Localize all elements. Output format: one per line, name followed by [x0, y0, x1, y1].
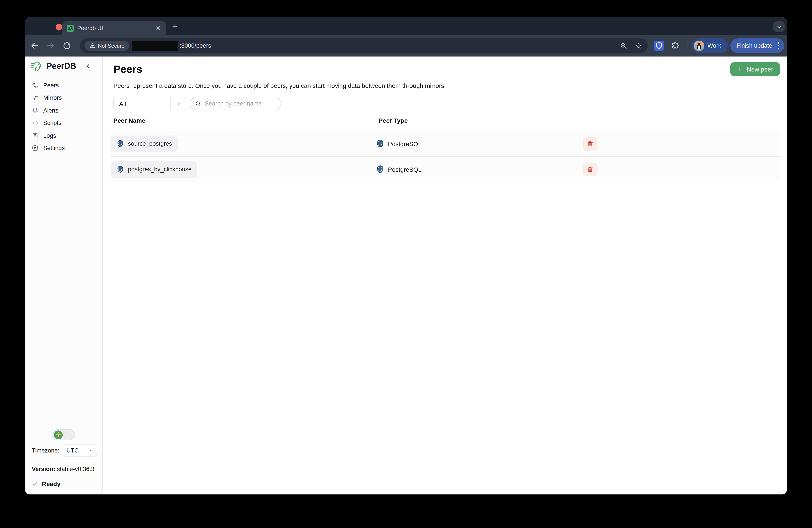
browser-window: Peerdb UI Not Secure — [25, 17, 787, 495]
brand-row: PeerDB — [31, 60, 102, 72]
new-peer-label: New peer — [747, 66, 773, 73]
peer-type-text: PostgreSQL — [388, 140, 422, 147]
sidebar-item-label: Logs — [43, 132, 56, 139]
tab-title: Peerdb UI — [77, 25, 103, 31]
not-secure-label: Not Secure — [98, 43, 125, 49]
back-button-icon[interactable] — [30, 42, 39, 50]
sidebar-item-label: Peers — [43, 82, 59, 89]
search-icon — [195, 100, 201, 106]
timezone-row: Timezone: UTC — [32, 444, 99, 456]
url-text: :3000/peers — [179, 42, 211, 49]
forward-button-icon[interactable] — [46, 42, 55, 50]
redacted-host — [132, 41, 178, 51]
new-tab-button[interactable] — [172, 23, 178, 30]
version-value: stable-v0.36.3 — [57, 466, 95, 472]
alerts-bell-icon — [32, 107, 39, 114]
browser-toolbar: Not Secure :3000/peers — [25, 35, 787, 57]
not-secure-chip[interactable]: Not Secure — [85, 41, 129, 51]
sidebar-item-label: Alerts — [43, 107, 58, 114]
postgresql-icon — [376, 165, 385, 173]
delete-peer-button[interactable] — [582, 137, 597, 150]
warning-icon — [90, 43, 95, 48]
sidebar-item-logs[interactable]: Logs — [25, 129, 102, 142]
tab-search-button[interactable] — [773, 21, 785, 32]
sidebar-item-alerts[interactable]: Alerts — [25, 104, 102, 117]
filter-selected-value: All — [114, 100, 126, 107]
mirrors-arrows-icon — [32, 95, 39, 101]
peer-type-cell: PostgreSQL — [376, 140, 582, 148]
profile-button[interactable]: Work — [692, 39, 728, 53]
sidebar-footer: Timezone: UTC Version: stable-v0.36.3 Re… — [32, 429, 99, 487]
table-row: source_postgres PostgreSQL — [111, 131, 780, 157]
peer-type-filter-select[interactable]: All — [113, 97, 186, 110]
status-ready-label: Ready — [42, 480, 60, 487]
tab-close-icon[interactable] — [155, 25, 161, 31]
scripts-code-icon — [32, 120, 39, 127]
page-description: Peers represent a data store. Once you h… — [113, 82, 780, 89]
reload-button-icon[interactable] — [63, 42, 71, 50]
browser-menu-kebab-icon[interactable] — [778, 42, 779, 49]
chevron-down-icon — [88, 448, 93, 453]
peers-table: Peer Name Peer Type — [111, 110, 780, 182]
peer-name-link[interactable]: postgres_by_clickhouse — [111, 161, 197, 178]
filter-row: All — [113, 97, 780, 110]
bookmark-star-icon[interactable] — [635, 42, 642, 49]
column-header-peer-type: Peer Type — [376, 117, 582, 124]
sidebar-nav: Peers Mirrors Alerts — [25, 79, 102, 155]
table-header-row: Peer Name Peer Type — [111, 110, 780, 131]
peerdb-favicon-icon — [67, 25, 74, 31]
new-peer-button[interactable]: New peer — [730, 62, 780, 76]
address-bar[interactable]: Not Secure :3000/peers — [80, 39, 648, 53]
sidebar-collapse-icon[interactable] — [85, 63, 91, 69]
version-label: Version: — [32, 466, 55, 472]
finish-update-label: Finish update — [737, 42, 772, 49]
sun-icon — [55, 432, 61, 438]
sidebar-item-label: Mirrors — [43, 95, 62, 101]
page-content: PeerDB Peers — [25, 57, 787, 495]
browser-tab[interactable]: Peerdb UI — [62, 21, 166, 35]
peers-cable-icon — [32, 82, 39, 89]
finish-update-button[interactable]: Finish update — [730, 39, 784, 53]
delete-peer-button[interactable] — [582, 163, 597, 176]
peerdb-logo-icon — [31, 61, 43, 72]
screenshot-stage: Peerdb UI Not Secure — [0, 0, 812, 528]
zoom-out-icon[interactable] — [620, 42, 627, 49]
trash-icon — [587, 140, 593, 147]
check-icon — [32, 481, 38, 487]
trash-icon — [587, 166, 593, 173]
settings-gear-icon — [32, 145, 39, 152]
peers-page: Peers New peer Peers represent a data st… — [103, 57, 787, 495]
sidebar-item-peers[interactable]: Peers — [25, 79, 102, 91]
sidebar-item-settings[interactable]: Settings — [25, 142, 102, 155]
logs-document-icon — [32, 132, 39, 139]
profile-name: Work — [707, 42, 721, 49]
peer-name-text: postgres_by_clickhouse — [128, 166, 191, 173]
sidebar-item-scripts[interactable]: Scripts — [25, 117, 102, 129]
sidebar-item-label: Scripts — [43, 120, 61, 127]
bitwarden-extension-icon[interactable] — [654, 41, 664, 51]
window-close-button[interactable] — [56, 24, 62, 30]
theme-toggle[interactable] — [53, 429, 75, 440]
status-line: Ready — [32, 480, 99, 487]
column-header-peer-name: Peer Name — [111, 117, 376, 124]
sidebar-item-mirrors[interactable]: Mirrors — [25, 91, 102, 104]
chevron-down-icon — [176, 101, 181, 106]
select-divider — [170, 97, 171, 110]
app-sidebar: PeerDB Peers — [25, 57, 103, 495]
search-input[interactable] — [205, 100, 275, 107]
brand-name: PeerDB — [46, 61, 76, 71]
peer-name-text: source_postgres — [128, 140, 172, 147]
theme-toggle-knob — [54, 430, 63, 439]
peer-type-text: PostgreSQL — [388, 166, 422, 173]
postgresql-icon — [376, 140, 385, 148]
chevron-down-icon — [776, 24, 782, 29]
extensions-puzzle-icon[interactable] — [671, 42, 680, 50]
table-row: postgres_by_clickhouse PostgreSQL — [111, 157, 780, 182]
postgresql-icon — [116, 140, 124, 147]
timezone-value: UTC — [62, 447, 79, 454]
timezone-select[interactable]: UTC — [61, 444, 97, 456]
peer-name-link[interactable]: source_postgres — [111, 135, 178, 152]
postgresql-icon — [116, 166, 124, 173]
sidebar-item-label: Settings — [43, 145, 65, 152]
peer-type-cell: PostgreSQL — [376, 165, 582, 173]
